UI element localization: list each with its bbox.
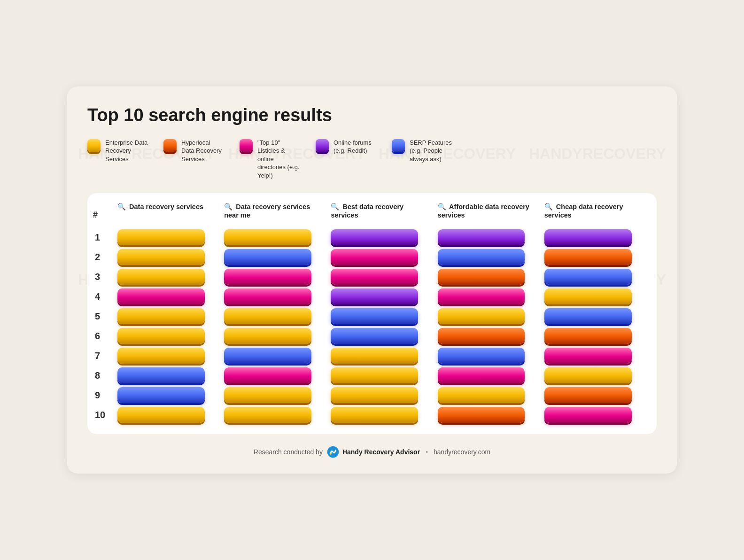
bar-cell-r5-c2	[220, 306, 327, 326]
legend-label-enterprise: Enterprise Data Recovery Services	[105, 139, 148, 163]
bar-cell-r8-c4	[434, 366, 541, 385]
legend-label-forums: Online forums (e.g. Reddit)	[333, 139, 377, 155]
footer-brand: Handy Recovery Advisor	[342, 448, 420, 456]
bar-cell-r8-c2	[220, 366, 327, 385]
data-table: # 🔍 Data recovery services 🔍 Data recove…	[87, 193, 657, 435]
bar-r10-c2	[224, 407, 311, 423]
footer-divider: •	[426, 448, 428, 456]
bar-r10-c3	[331, 407, 418, 423]
bar-r3-c3	[331, 269, 418, 285]
bar-r10-c4	[438, 407, 525, 423]
bar-r9-c2	[224, 387, 311, 403]
bar-r10-c5	[544, 407, 632, 423]
bar-r7-c3	[331, 348, 418, 364]
bar-r5-c1	[117, 308, 205, 324]
bar-r9-c1	[117, 387, 205, 403]
bar-cell-r8-c3	[327, 366, 434, 385]
bar-cell-r7-c2	[220, 346, 327, 366]
bar-r4-c3	[331, 288, 418, 304]
bar-r3-c5	[544, 269, 632, 285]
row-num-1: 1	[93, 227, 114, 247]
bar-cell-r6-c3	[327, 326, 434, 346]
bar-cell-r4-c1	[114, 287, 220, 306]
bar-cell-r2-c3	[327, 247, 434, 267]
bar-r6-c3	[331, 328, 418, 344]
search-icon-col1: 🔍	[117, 203, 126, 210]
bar-cell-r2-c5	[541, 247, 647, 267]
bar-r4-c5	[544, 288, 632, 304]
bar-r4-c2	[224, 288, 311, 304]
bar-r8-c2	[224, 367, 311, 383]
legend-icon-listicles	[240, 139, 253, 152]
footer: Research conducted by Handy Recovery Adv…	[87, 445, 657, 459]
bar-r2-c5	[544, 249, 632, 265]
legend-icon-enterprise	[87, 139, 101, 152]
bar-cell-r6-c2	[220, 326, 327, 346]
bar-cell-r1-c1	[114, 227, 220, 247]
bar-cell-r7-c1	[114, 346, 220, 366]
col-header-1: 🔍 Data recovery services	[114, 202, 220, 228]
bar-cell-r5-c5	[541, 306, 647, 326]
bar-cell-r3-c2	[220, 267, 327, 287]
bar-r7-c4	[438, 348, 525, 364]
bar-r7-c1	[117, 348, 205, 364]
bar-cell-r9-c1	[114, 385, 220, 405]
main-card: HANDYRECOVERYHANDYRECOVERYHANDYRECOVERY …	[67, 86, 677, 474]
bar-r3-c2	[224, 269, 311, 285]
legend-label-hyperlocal: Hyperlocal Data Recovery Services	[181, 139, 225, 163]
bar-r8-c5	[544, 367, 632, 383]
legend-label-listicles: "Top 10" Listicles & online directories …	[257, 139, 301, 180]
bar-r1-c5	[544, 229, 632, 245]
page-title: Top 10 search engine results	[87, 105, 657, 125]
bar-r2-c2	[224, 249, 311, 265]
bar-cell-r7-c4	[434, 346, 541, 366]
bar-cell-r6-c1	[114, 326, 220, 346]
bar-cell-r7-c5	[541, 346, 647, 366]
bar-cell-r4-c4	[434, 287, 541, 306]
bar-r10-c1	[117, 407, 205, 423]
footer-prefix: Research conducted by	[254, 448, 323, 456]
legend-item-listicles: "Top 10" Listicles & online directories …	[240, 139, 301, 180]
legend: Enterprise Data Recovery Services Hyperl…	[87, 139, 657, 180]
bar-cell-r1-c4	[434, 227, 541, 247]
search-icon-col2: 🔍	[224, 203, 232, 210]
row-num-2: 2	[93, 247, 114, 267]
bar-r4-c4	[438, 288, 525, 304]
row-num-7: 7	[93, 346, 114, 366]
legend-item-forums: Online forums (e.g. Reddit)	[316, 139, 377, 180]
bar-cell-r5-c3	[327, 306, 434, 326]
bar-r1-c1	[117, 229, 205, 245]
bar-cell-r10-c4	[434, 405, 541, 425]
footer-url: handyrecovery.com	[434, 448, 490, 456]
legend-item-enterprise: Enterprise Data Recovery Services	[87, 139, 148, 180]
bar-cell-r10-c1	[114, 405, 220, 425]
bar-cell-r8-c1	[114, 366, 220, 385]
legend-label-serp: SERP Features (e.g. People always ask)	[410, 139, 453, 163]
bar-cell-r6-c4	[434, 326, 541, 346]
bar-cell-r2-c2	[220, 247, 327, 267]
bar-r8-c4	[438, 367, 525, 383]
legend-item-hyperlocal: Hyperlocal Data Recovery Services	[163, 139, 225, 180]
bar-cell-r10-c2	[220, 405, 327, 425]
bar-cell-r1-c5	[541, 227, 647, 247]
bar-r6-c2	[224, 328, 311, 344]
legend-item-serp: SERP Features (e.g. People always ask)	[392, 139, 453, 180]
bar-r1-c4	[438, 229, 525, 245]
bar-r5-c2	[224, 308, 311, 324]
bar-r5-c3	[331, 308, 418, 324]
bar-r6-c5	[544, 328, 632, 344]
bar-cell-r1-c2	[220, 227, 327, 247]
col-header-4: 🔍 Affordable data recovery services	[434, 202, 541, 228]
bar-cell-r1-c3	[327, 227, 434, 247]
bar-r6-c4	[438, 328, 525, 344]
footer-logo: Handy Recovery Advisor	[326, 445, 420, 459]
bar-r9-c5	[544, 387, 632, 403]
bar-r6-c1	[117, 328, 205, 344]
bar-cell-r4-c5	[541, 287, 647, 306]
bar-r2-c1	[117, 249, 205, 265]
bar-cell-r4-c3	[327, 287, 434, 306]
handy-recovery-logo-icon	[326, 445, 340, 459]
legend-icon-forums	[316, 139, 329, 152]
bar-r7-c2	[224, 348, 311, 364]
bar-cell-r9-c5	[541, 385, 647, 405]
